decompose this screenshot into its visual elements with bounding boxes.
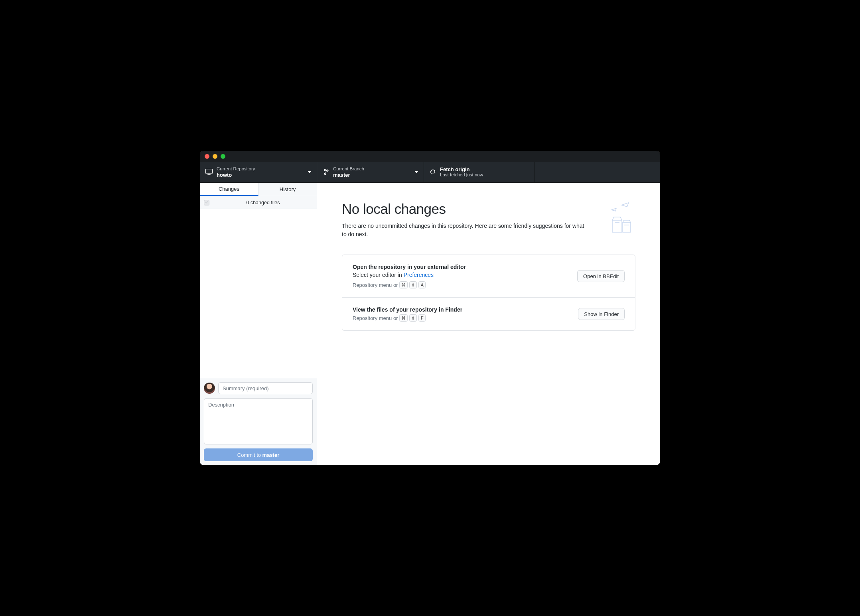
card-title: Open the repository in your external edi…	[353, 264, 569, 270]
toolbar: Current Repository howto Current Branch …	[200, 162, 660, 183]
changed-files-count: 0 changed files	[213, 200, 313, 205]
fetch-status: Last fetched just now	[440, 172, 483, 178]
monitor-icon	[205, 168, 213, 176]
card-hint: Repository menu or ⌘ ⇧ A	[353, 281, 569, 288]
commit-button[interactable]: Commit to master	[204, 448, 313, 461]
main-panel: No local changes There are no uncommitte…	[317, 183, 660, 465]
kbd-shift: ⇧	[409, 281, 417, 288]
commit-form: Commit to master	[200, 378, 317, 465]
kbd-cmd: ⌘	[399, 314, 408, 322]
commit-description-input[interactable]	[204, 398, 313, 444]
changes-list	[200, 209, 317, 378]
card-open-editor: Open the repository in your external edi…	[342, 255, 635, 297]
branch-name: master	[333, 172, 364, 178]
body: Changes History 0 changed files Commit t…	[200, 183, 660, 465]
tab-changes[interactable]: Changes	[200, 183, 258, 196]
svg-rect-1	[623, 223, 631, 232]
sidebar-tabs: Changes History	[200, 183, 317, 196]
commit-button-branch: master	[262, 452, 280, 458]
avatar	[204, 383, 215, 394]
window-minimize-button[interactable]	[213, 154, 217, 159]
repo-label: Current Repository	[217, 166, 255, 172]
repo-selector[interactable]: Current Repository howto	[200, 162, 317, 182]
commit-button-prefix: Commit to	[237, 452, 262, 458]
app-window: Current Repository howto Current Branch …	[200, 151, 660, 465]
kbd-shift: ⇧	[409, 314, 417, 322]
card-title: View the files of your repository in Fin…	[353, 306, 570, 313]
card-show-finder: View the files of your repository in Fin…	[342, 297, 635, 330]
chevron-down-icon	[308, 171, 311, 173]
sync-icon	[430, 169, 436, 175]
kbd-letter: F	[418, 314, 426, 322]
changes-header: 0 changed files	[200, 196, 317, 209]
fetch-button[interactable]: Fetch origin Last fetched just now	[424, 162, 535, 182]
window-zoom-button[interactable]	[221, 154, 225, 159]
repo-name: howto	[217, 172, 255, 178]
chevron-down-icon	[415, 171, 418, 173]
branch-selector[interactable]: Current Branch master	[317, 162, 424, 182]
empty-state-illustration	[600, 201, 635, 237]
titlebar	[200, 151, 660, 162]
git-branch-icon	[323, 169, 329, 175]
suggestion-cards: Open the repository in your external edi…	[342, 255, 635, 331]
commit-summary-input[interactable]	[218, 382, 313, 394]
card-subtitle: Select your editor in Preferences	[353, 272, 569, 278]
open-in-editor-button[interactable]: Open in BBEdit	[577, 270, 625, 282]
kbd-letter: A	[418, 281, 426, 288]
page-subtitle: There are no uncommitted changes in this…	[342, 222, 589, 239]
select-all-checkbox[interactable]	[204, 200, 209, 205]
branch-label: Current Branch	[333, 166, 364, 172]
svg-rect-0	[612, 220, 622, 232]
sidebar: Changes History 0 changed files Commit t…	[200, 183, 317, 465]
show-in-finder-button[interactable]: Show in Finder	[578, 308, 625, 320]
kbd-cmd: ⌘	[399, 281, 408, 288]
card-hint: Repository menu or ⌘ ⇧ F	[353, 314, 570, 322]
preferences-link[interactable]: Preferences	[404, 272, 434, 278]
page-title: No local changes	[342, 201, 592, 217]
tab-history[interactable]: History	[258, 183, 317, 196]
fetch-label: Fetch origin	[440, 166, 483, 173]
window-close-button[interactable]	[205, 154, 209, 159]
